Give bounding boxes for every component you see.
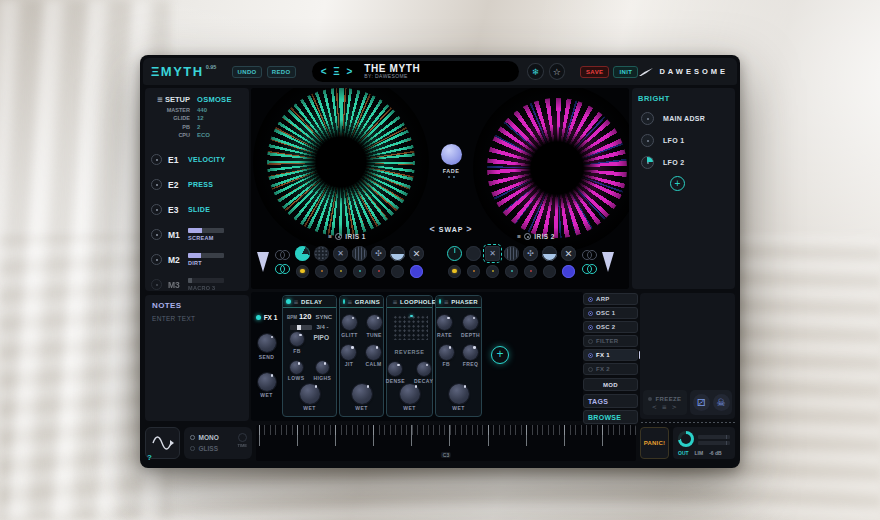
grid-icon[interactable]: [352, 246, 367, 261]
dice-icon[interactable]: ⚂: [693, 394, 710, 411]
mod-item-lfo1[interactable]: LFO 1: [638, 134, 729, 147]
half-fill-icon[interactable]: [390, 246, 405, 261]
loophole-step-grid[interactable]: [392, 314, 428, 340]
param-value-pb[interactable]: 2: [197, 124, 243, 130]
tune-knob-cell[interactable]: TUNE: [367, 315, 382, 338]
loophole-wet-cell[interactable]: WET: [400, 384, 420, 412]
fb-knob[interactable]: [290, 332, 304, 346]
macro-row-m3[interactable]: M3 MACRO 3: [151, 272, 243, 297]
loophole-header[interactable]: ≡LOOPHOLE: [387, 296, 432, 308]
grains-header[interactable]: ≡GRAINS: [340, 296, 383, 308]
tab-fx2[interactable]: FX 2: [583, 363, 638, 375]
highs-knob-cell[interactable]: HIGHS: [313, 361, 331, 382]
venn-icon[interactable]: [274, 264, 290, 274]
prev-preset-icon[interactable]: <: [321, 66, 329, 77]
panic-button[interactable]: PANIC!: [640, 427, 669, 459]
decay-knob-cell[interactable]: DECAY: [414, 362, 433, 384]
setup-menu-button[interactable]: ≡SETUP: [151, 95, 197, 104]
param-value-glide[interactable]: 12: [197, 115, 243, 121]
macro-control[interactable]: DIRT: [188, 253, 224, 266]
bpm-value[interactable]: 120: [299, 312, 312, 321]
dense-knob-cell[interactable]: DENSE: [386, 362, 405, 384]
fade-knob[interactable]: [441, 144, 462, 165]
tab-osc1[interactable]: OSC 1: [583, 307, 638, 319]
help-button[interactable]: ?: [147, 453, 152, 462]
rate-knob[interactable]: [437, 315, 452, 330]
expression-row-e1[interactable]: E1 VELOCITY: [151, 147, 243, 172]
macro-control[interactable]: SCREAM: [188, 228, 224, 241]
preset-pill[interactable]: < Ξ > THE MYTH BY: DAWESOME: [312, 61, 520, 82]
delay-header[interactable]: ≡DELAY: [283, 296, 336, 308]
fade-control[interactable]: FADE: [431, 144, 471, 178]
level-triangle[interactable]: [602, 252, 614, 272]
pipo-mode-button[interactable]: PIPO: [313, 334, 329, 341]
wet-knob[interactable]: [258, 373, 276, 391]
delay-wet-cell[interactable]: WET: [300, 384, 320, 412]
mod-amount-knob[interactable]: [641, 156, 654, 169]
mod-dot-icon[interactable]: [543, 265, 556, 278]
pie-knob-icon[interactable]: [295, 246, 310, 261]
phaser-wet-knob[interactable]: [449, 384, 469, 404]
time-knob-cell[interactable]: TIME: [237, 433, 247, 448]
decay-knob[interactable]: [417, 362, 431, 376]
cross-icon[interactable]: ✕: [333, 246, 348, 261]
preset-menu-icon[interactable]: Ξ: [333, 66, 341, 77]
skull-icon[interactable]: ☠: [713, 394, 730, 411]
tab-filter[interactable]: FILTER: [583, 335, 638, 347]
redo-button[interactable]: REDO: [267, 66, 296, 78]
expression-row-e3[interactable]: E3 SLIDE: [151, 197, 243, 222]
depth-knob-cell[interactable]: DEPTH: [461, 315, 480, 338]
mod-dot-icon[interactable]: [296, 265, 309, 278]
iris1-visual[interactable]: [267, 88, 415, 236]
limiter-label[interactable]: LIM: [695, 450, 704, 456]
grains-wet-cell[interactable]: WET: [352, 384, 372, 412]
param-value-master[interactable]: 440: [197, 107, 243, 113]
level-value[interactable]: -6 dB: [709, 450, 722, 456]
macro-slider[interactable]: [188, 278, 224, 283]
depth-knob[interactable]: [463, 315, 478, 330]
half-fill-icon[interactable]: [542, 246, 557, 261]
tab-osc2[interactable]: OSC 2: [583, 321, 638, 333]
jit-knob-cell[interactable]: JIT: [341, 345, 356, 368]
iris2-visual[interactable]: [487, 98, 627, 238]
mod-dot-icon[interactable]: [315, 265, 328, 278]
wet-knob-cell[interactable]: WET: [258, 373, 276, 399]
loophole-wet-knob[interactable]: [400, 384, 420, 404]
menu-icon[interactable]: ≡: [517, 233, 521, 240]
time-knob[interactable]: [238, 433, 247, 442]
menu-icon[interactable]: ≡: [294, 298, 299, 305]
blue-fill-icon[interactable]: [562, 265, 575, 278]
delay-time-row[interactable]: 3/4 -: [290, 324, 328, 330]
bpm-row[interactable]: BPM120SYNC: [287, 312, 332, 321]
mod-item-lfo2[interactable]: LFO 2: [638, 156, 729, 169]
phaser-header[interactable]: ≡PHASER: [436, 296, 481, 308]
device-select[interactable]: OSMOSE: [197, 95, 243, 104]
mod-dot-icon[interactable]: [448, 265, 461, 278]
phaser-fb-knob-cell[interactable]: FB: [439, 345, 454, 368]
undo-button[interactable]: UNDO: [232, 66, 261, 78]
tab-tags[interactable]: TAGS: [583, 394, 638, 408]
flower-icon[interactable]: ✣: [523, 246, 538, 261]
mod-dot-icon[interactable]: [334, 265, 347, 278]
notes-input[interactable]: ENTER TEXT: [152, 315, 242, 322]
venn-icon[interactable]: [581, 264, 597, 274]
param-value-cpu[interactable]: ECO: [197, 132, 243, 138]
level-triangle[interactable]: [257, 252, 269, 272]
mod-ring-icon[interactable]: [151, 204, 162, 215]
keyboard-strip[interactable]: C3: [256, 425, 636, 461]
calm-knob-cell[interactable]: CALM: [365, 345, 381, 368]
preset-nav-icons[interactable]: < Ξ >: [321, 66, 355, 77]
grid-icon[interactable]: [504, 246, 519, 261]
menu-icon[interactable]: ≡: [393, 298, 398, 305]
division-label[interactable]: 3/4 -: [316, 324, 328, 330]
menu-icon[interactable]: ≡: [444, 298, 449, 305]
dotted-sphere-icon[interactable]: [314, 246, 329, 261]
jit-knob[interactable]: [341, 345, 356, 360]
macro-slider[interactable]: [188, 253, 224, 258]
plain-circle-icon[interactable]: [466, 246, 481, 261]
tab-browse[interactable]: BROWSE: [583, 410, 638, 424]
expression-label[interactable]: PRESS: [188, 181, 213, 188]
freq-knob[interactable]: [463, 345, 478, 360]
fb-knob-cell[interactable]: FB: [290, 332, 304, 354]
mod-dot-icon[interactable]: [486, 265, 499, 278]
